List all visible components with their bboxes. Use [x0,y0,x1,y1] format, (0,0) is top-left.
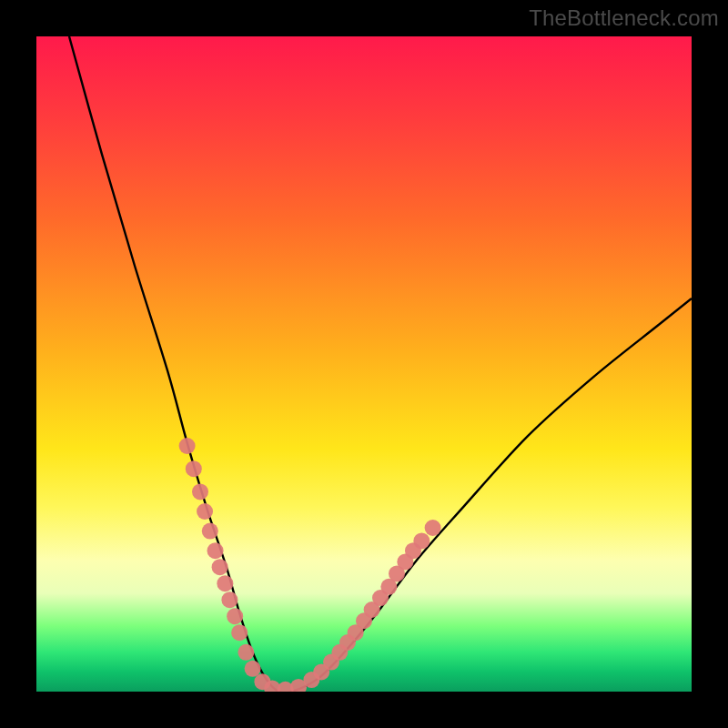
data-marker [197,503,213,520]
data-marker [245,661,261,677]
chart-svg [36,36,692,692]
data-marker [186,460,202,477]
data-marker [413,532,430,549]
data-marker [217,575,233,592]
data-marker [221,592,238,608]
markers-group [179,438,441,692]
watermark-text: TheBottleneck.com [529,5,719,31]
data-marker [212,559,228,575]
data-marker [231,624,248,641]
data-marker [425,520,441,536]
data-marker [227,608,243,624]
data-marker [192,483,208,500]
data-marker [238,644,254,661]
data-marker [207,542,224,559]
data-marker [179,438,196,454]
data-marker [202,523,218,540]
plot-area [36,36,692,692]
chart-stage: TheBottleneck.com [0,0,728,728]
